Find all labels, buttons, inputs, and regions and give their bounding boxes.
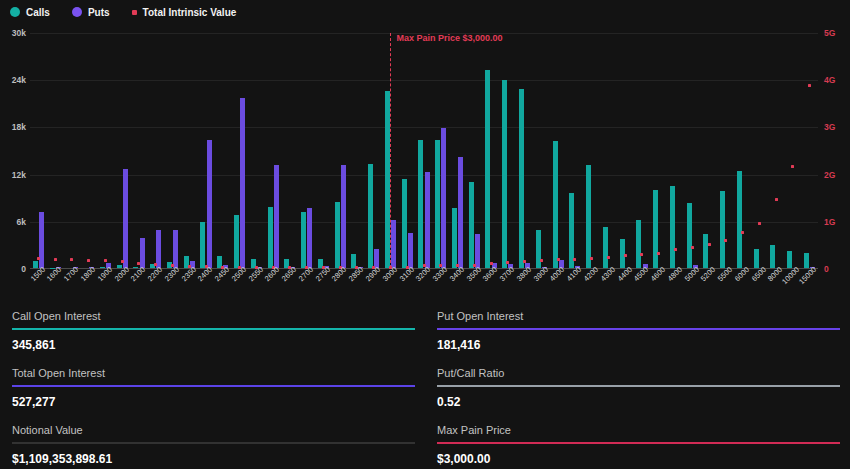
intrinsic-value-dot[interactable]	[121, 260, 124, 263]
y-axis-right-tick: 3G	[824, 122, 848, 132]
intrinsic-value-dot[interactable]	[590, 257, 593, 260]
stat-value: 0.52	[437, 387, 840, 409]
call-bar[interactable]	[787, 251, 792, 268]
put-bar[interactable]	[39, 212, 44, 268]
call-bar[interactable]	[653, 190, 658, 268]
call-bar[interactable]	[418, 140, 423, 268]
put-bar[interactable]	[207, 140, 212, 268]
intrinsic-value-dot[interactable]	[674, 248, 677, 251]
y-axis-left-tick: 0	[2, 264, 26, 274]
put-bar[interactable]	[123, 169, 128, 268]
put-bar[interactable]	[425, 172, 430, 268]
intrinsic-value-dot[interactable]	[557, 258, 560, 261]
stat-value: $3,000.00	[437, 444, 840, 466]
put-bar[interactable]	[475, 234, 480, 268]
y-axis-left-tick: 6k	[2, 217, 26, 227]
y-axis-right-tick: 0	[824, 264, 848, 274]
put-bar[interactable]	[408, 233, 413, 268]
legend-label: Total Intrinsic Value	[143, 7, 237, 18]
intrinsic-value-dot[interactable]	[657, 252, 660, 255]
put-bar[interactable]	[156, 230, 161, 268]
intrinsic-value-dot[interactable]	[573, 258, 576, 261]
stat-label: Notional Value	[12, 422, 415, 442]
call-bar[interactable]	[737, 171, 742, 268]
intrinsic-value-dot[interactable]	[775, 198, 778, 201]
put-bar[interactable]	[458, 157, 463, 268]
chart-legend: Calls Puts Total Intrinsic Value	[10, 4, 236, 20]
call-bar[interactable]	[519, 89, 524, 268]
open-interest-chart: Max Pain Price $3,000.00 150016001700180…	[0, 22, 850, 302]
call-bar[interactable]	[485, 70, 490, 268]
call-bar[interactable]	[301, 212, 306, 268]
stat-call-open-interest: Call Open Interest345,861	[12, 308, 415, 352]
intrinsic-value-dot[interactable]	[808, 84, 811, 87]
stat-value: $1,109,353,898.61	[12, 444, 415, 466]
call-bar[interactable]	[754, 249, 759, 268]
stat-value: 345,861	[12, 330, 415, 352]
y-axis-right-tick: 2G	[824, 170, 848, 180]
intrinsic-value-dot[interactable]	[70, 258, 73, 261]
call-bar[interactable]	[200, 222, 205, 268]
call-bar[interactable]	[234, 215, 239, 268]
intrinsic-value-dot[interactable]	[87, 259, 90, 262]
call-bar[interactable]	[670, 186, 675, 268]
y-axis-left-tick: 12k	[2, 170, 26, 180]
y-axis-right-tick: 4G	[824, 75, 848, 85]
call-bar[interactable]	[603, 227, 608, 268]
intrinsic-value-dot[interactable]	[741, 231, 744, 234]
call-bar[interactable]	[687, 203, 692, 268]
call-bar[interactable]	[536, 230, 541, 268]
intrinsic-value-dot[interactable]	[691, 246, 694, 249]
gridline	[30, 80, 818, 81]
put-bar[interactable]	[341, 165, 346, 268]
intrinsic-value-dot[interactable]	[708, 243, 711, 246]
stat-value: 181,416	[437, 330, 840, 352]
put-bar[interactable]	[441, 128, 446, 268]
intrinsic-value-dot[interactable]	[607, 256, 610, 259]
call-bar[interactable]	[402, 179, 407, 268]
put-bar[interactable]	[140, 238, 145, 268]
y-axis-left-tick: 18k	[2, 122, 26, 132]
stat-notional-value: Notional Value$1,109,353,898.61	[12, 422, 415, 466]
call-bar[interactable]	[569, 193, 574, 268]
call-bar[interactable]	[469, 182, 474, 268]
call-bar[interactable]	[385, 91, 390, 268]
intrinsic-value-dot[interactable]	[724, 239, 727, 242]
stat-label: Put Open Interest	[437, 308, 840, 328]
stat-value: 527,277	[12, 387, 415, 409]
intrinsic-value-dot[interactable]	[758, 222, 761, 225]
call-bar[interactable]	[703, 234, 708, 268]
legend-item-calls[interactable]: Calls	[10, 7, 50, 18]
put-bar[interactable]	[240, 98, 245, 268]
stat-total-open-interest: Total Open Interest527,277	[12, 365, 415, 409]
legend-item-total-intrinsic-value[interactable]: Total Intrinsic Value	[132, 7, 237, 18]
call-bar[interactable]	[502, 80, 507, 268]
call-bar[interactable]	[368, 164, 373, 268]
intrinsic-value-dot[interactable]	[791, 165, 794, 168]
put-bar[interactable]	[173, 230, 178, 268]
call-bar[interactable]	[435, 140, 440, 268]
puts-series-icon	[72, 7, 82, 17]
stat-max-pain-price: Max Pain Price$3,000.00	[437, 422, 840, 466]
intrinsic-value-dot[interactable]	[640, 253, 643, 256]
call-bar[interactable]	[770, 245, 775, 268]
calls-series-icon	[10, 7, 20, 17]
put-bar[interactable]	[274, 165, 279, 268]
call-bar[interactable]	[636, 220, 641, 268]
legend-item-puts[interactable]: Puts	[72, 7, 110, 18]
call-bar[interactable]	[335, 202, 340, 268]
call-bar[interactable]	[452, 208, 457, 268]
intrinsic-value-dot[interactable]	[624, 254, 627, 257]
put-bar[interactable]	[307, 208, 312, 268]
intrinsic-value-dot[interactable]	[54, 258, 57, 261]
put-bar[interactable]	[391, 220, 396, 268]
call-bar[interactable]	[804, 253, 809, 268]
intrinsic-value-dot[interactable]	[523, 260, 526, 263]
legend-label: Puts	[88, 7, 110, 18]
call-bar[interactable]	[586, 165, 591, 268]
stat-put-call-ratio: Put/Call Ratio0.52	[437, 365, 840, 409]
intrinsic-value-dot[interactable]	[37, 257, 40, 260]
call-bar[interactable]	[553, 141, 558, 268]
call-bar[interactable]	[268, 207, 273, 268]
call-bar[interactable]	[720, 191, 725, 268]
